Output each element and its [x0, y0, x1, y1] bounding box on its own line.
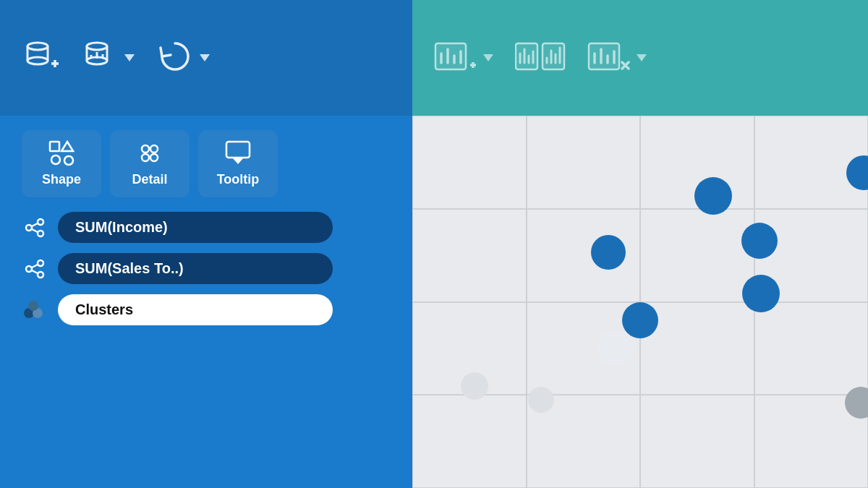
- svg-point-3: [27, 57, 48, 64]
- remove-chart-button[interactable]: [587, 38, 647, 78]
- scatter-dot: [597, 329, 634, 367]
- svg-point-41: [142, 145, 149, 153]
- svg-point-43: [142, 154, 149, 161]
- toolbar-right: [412, 0, 868, 116]
- swap-chart-icon: [515, 38, 566, 78]
- svg-point-53: [38, 272, 43, 278]
- refresh-icon: [156, 38, 194, 78]
- measure-icon-sales: [22, 256, 48, 282]
- clusters-field-row: Clusters: [22, 294, 391, 325]
- grid-cell: [754, 302, 869, 395]
- tab-detail[interactable]: Detail: [110, 130, 190, 197]
- edit-datasource-icon: [81, 38, 119, 78]
- scatter-dot: [741, 223, 778, 259]
- shape-icon: [48, 140, 75, 166]
- edit-datasource-button[interactable]: [81, 38, 135, 78]
- grid-cell: [527, 116, 641, 209]
- refresh-dropdown[interactable]: [200, 54, 210, 61]
- svg-point-51: [26, 266, 32, 272]
- marks-shelf-panel: Shape Detail Tooltip: [0, 116, 412, 488]
- svg-point-6: [87, 43, 107, 50]
- tab-detail-label: Detail: [132, 172, 167, 187]
- svg-point-42: [150, 145, 158, 153]
- svg-point-47: [38, 219, 43, 225]
- toolbar-left: [0, 0, 412, 116]
- tab-shape-label: Shape: [42, 172, 81, 187]
- edit-datasource-dropdown[interactable]: [124, 54, 135, 61]
- svg-point-52: [38, 260, 43, 266]
- svg-rect-37: [50, 142, 59, 151]
- svg-point-44: [150, 154, 158, 161]
- refresh-button[interactable]: [156, 38, 210, 78]
- swap-chart-button[interactable]: [515, 38, 566, 78]
- add-chart-dropdown[interactable]: [483, 54, 493, 61]
- remove-chart-dropdown[interactable]: [637, 54, 647, 61]
- tooltip-icon: [225, 140, 251, 166]
- add-chart-icon: [434, 38, 477, 78]
- scatter-dot: [694, 177, 732, 215]
- add-datasource-icon: [22, 38, 59, 78]
- scatter-dot: [591, 235, 626, 270]
- grid-cell: [412, 116, 527, 209]
- grid-cell: [412, 209, 527, 302]
- income-pill[interactable]: SUM(Income): [58, 212, 333, 243]
- scatter-dot: [461, 372, 488, 400]
- svg-rect-40: [64, 156, 73, 165]
- svg-point-48: [38, 231, 43, 236]
- svg-marker-39: [61, 142, 73, 151]
- remove-chart-icon: [587, 38, 631, 78]
- sales-field-row: SUM(Sales To..): [22, 253, 391, 284]
- svg-line-54: [32, 265, 38, 267]
- scatter-plot-area: [412, 116, 868, 488]
- svg-line-55: [32, 270, 38, 273]
- measure-icon-income: [22, 215, 48, 241]
- detail-icon: [137, 140, 163, 166]
- add-chart-button[interactable]: [434, 38, 493, 78]
- tab-tooltip-label: Tooltip: [217, 172, 260, 187]
- shelf-tabs: Shape Detail Tooltip: [22, 130, 391, 197]
- add-datasource-button[interactable]: [22, 38, 59, 78]
- scatter-dot: [528, 387, 554, 413]
- grid-cell: [412, 395, 527, 488]
- svg-rect-45: [226, 142, 250, 158]
- sales-pill[interactable]: SUM(Sales To..): [58, 253, 333, 284]
- svg-point-0: [27, 43, 48, 50]
- tab-tooltip[interactable]: Tooltip: [198, 130, 278, 197]
- scatter-dot: [742, 275, 780, 312]
- clusters-pill[interactable]: Clusters: [58, 294, 333, 325]
- svg-point-38: [51, 155, 60, 164]
- grid-cell: [640, 395, 754, 488]
- svg-point-58: [28, 301, 38, 311]
- svg-point-46: [26, 225, 32, 231]
- svg-line-50: [32, 229, 38, 232]
- svg-line-49: [32, 223, 38, 226]
- income-field-row: SUM(Income): [22, 212, 391, 243]
- grid-cell: [640, 209, 754, 302]
- cluster-icon: [22, 297, 48, 323]
- tab-shape[interactable]: Shape: [22, 130, 101, 197]
